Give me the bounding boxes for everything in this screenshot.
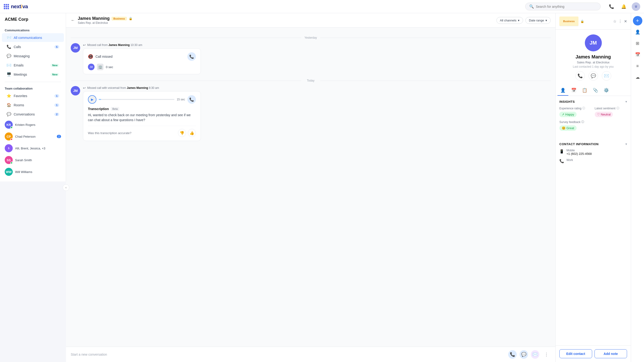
rp-avatar: JM — [585, 34, 602, 52]
call-back-button-2[interactable]: 📞 — [188, 95, 196, 104]
smile-icon: 😊 — [562, 126, 566, 130]
search-icon: 🔍 — [529, 4, 534, 9]
calendar-edge-btn[interactable]: 📅 — [633, 50, 642, 60]
conv-item-kristen[interactable]: KR Kristen Rogers — [0, 119, 66, 130]
right-panel: Business 🔒 ☆ ⋮ ✕ JM James Manning Sales … — [555, 13, 631, 362]
rp-more-button[interactable]: ⋮ — [618, 19, 622, 24]
heart-icon: ♡ — [597, 113, 600, 116]
conversation-header: ← James Manning Business 🔒 Sales Rep. at… — [66, 13, 555, 28]
rp-last-contacted: Last contacted 1 day ago by you — [573, 65, 614, 68]
rooms-icon: 🏠 — [6, 103, 11, 107]
chevron-down-icon-2: ▾ — [546, 18, 547, 22]
add-note-button[interactable]: Add note — [594, 349, 627, 358]
rp-phone-button[interactable]: 📞 — [576, 71, 585, 80]
sidebar-toggle[interactable]: ‹ — [63, 184, 69, 191]
survey-section: Survey feedback ⓘ 😊 Great — [559, 120, 627, 131]
org-name: ACME Corp — [0, 17, 66, 27]
sidebar-item-meetings[interactable]: 🖥️ Meetings New — [2, 70, 64, 79]
edit-contact-button[interactable]: Edit contact — [559, 349, 592, 358]
compose-more-button[interactable]: ⋮ — [542, 350, 551, 359]
yesterday-label: Yesterday — [71, 36, 551, 39]
rp-tab-paperclip[interactable]: 📎 — [590, 85, 601, 96]
compose-phone-button[interactable]: 📞 — [508, 350, 517, 359]
help-icon: ⓘ — [582, 106, 585, 110]
add-button[interactable]: + — [633, 16, 642, 26]
rp-tab-calendar[interactable]: 📅 — [568, 85, 579, 96]
insights-toggle[interactable]: ▾ — [626, 100, 627, 104]
sidebar-item-conversations[interactable]: 💬 Conversations 2 — [2, 110, 64, 118]
trend-up-icon: ↗ — [562, 113, 564, 116]
user-avatar[interactable]: U — [632, 2, 640, 11]
edge-bar: + 👤 ⊞ 📅 ≡ ☁ — [631, 13, 644, 362]
rp-tab-settings[interactable]: ⚙️ — [601, 85, 612, 96]
compose-email-button[interactable]: ✉️ — [531, 350, 539, 359]
thumbs-down-button[interactable]: 👎 — [178, 129, 186, 137]
help-icon-2: ⓘ — [616, 106, 619, 110]
calls-badge: 5 — [54, 45, 59, 48]
thumbs-up-button[interactable]: 👍 — [188, 129, 196, 137]
phone-icon[interactable]: 📞 — [607, 2, 616, 11]
rp-contact-title: Sales Rep. at Electrolux — [577, 60, 610, 64]
mobile-phone-icon: 📱 — [559, 149, 564, 154]
rp-contact-section: JM James Manning Sales Rep. at Electrolu… — [556, 30, 631, 85]
sidebar-item-all-communications[interactable]: 📨 All communications — [2, 33, 64, 42]
grid-icon-btn[interactable]: ⊞ — [633, 39, 642, 48]
business-badge: Business — [112, 17, 127, 20]
sidebar-item-calls[interactable]: 📞 Calls 5 — [2, 42, 64, 51]
call-back-button[interactable]: 📞 — [188, 52, 196, 61]
all-channels-filter[interactable]: All channels ▾ — [496, 17, 523, 24]
online-dot — [10, 126, 13, 129]
conv-item-sarah[interactable]: SS Sarah Smith — [0, 154, 66, 166]
building-icon: 🏢 — [97, 64, 104, 70]
logo: nextiva — [4, 4, 28, 10]
work-row: 📞 Work — [559, 158, 627, 163]
sidebar: ACME Corp Communications 📨 All communica… — [0, 13, 66, 182]
audio-player: ▶ 15 sec 📞 — [88, 95, 196, 104]
contact-icon-btn[interactable]: 👤 — [633, 27, 642, 37]
compose-chat-button[interactable]: 💬 — [520, 350, 528, 359]
conv-item-group[interactable]: 5 Alli, Brent, Jessica, +3 — [0, 142, 66, 154]
rp-tab-list[interactable]: 📋 — [579, 85, 590, 96]
sidebar-item-rooms[interactable]: 🏠 Rooms 1 — [2, 101, 64, 109]
back-button[interactable]: ← — [71, 18, 75, 23]
bell-icon[interactable]: 🔔 — [620, 2, 628, 11]
date-range-filter[interactable]: Date range ▾ — [526, 17, 551, 24]
contact-info-toggle[interactable]: ▾ — [626, 142, 627, 146]
audio-duration: 15 sec — [177, 98, 185, 101]
sidebar-item-emails[interactable]: ✉️ Emails New — [2, 61, 64, 70]
communications-section-title: Communications — [0, 27, 66, 33]
sidebar-item-messaging[interactable]: 💬 Messaging — [2, 52, 64, 60]
conv-item-will[interactable]: WW Will Williams — [0, 166, 66, 178]
rp-close-button[interactable]: ✕ — [624, 19, 627, 24]
rp-contact-name: James Manning — [576, 54, 611, 60]
rp-chat-button[interactable]: 💬 — [588, 71, 598, 80]
search-input[interactable] — [536, 5, 596, 8]
insights-section: INSIGHTS ▾ Experience rating ⓘ ↗ Happy — [556, 96, 631, 138]
rp-header: Business 🔒 ☆ ⋮ ✕ — [556, 13, 631, 30]
conv-item-chad[interactable]: CP Chad Peterson 2 — [0, 130, 66, 142]
search-bar[interactable]: 🔍 — [525, 2, 601, 10]
header-filters: All channels ▾ Date range ▾ — [496, 17, 551, 24]
insight-grid: Experience rating ⓘ ↗ Happy Latest senti… — [559, 106, 627, 117]
sidebar-item-favorites[interactable]: ⭐ Favorites 1 — [2, 92, 64, 100]
conversations-badge: 2 — [54, 113, 59, 116]
rp-star-button[interactable]: ☆ — [613, 19, 616, 24]
sender-avatar: JM — [71, 43, 80, 52]
latest-sentiment: Latest sentiment ⓘ ♡ Neutral — [595, 106, 627, 117]
rp-tab-person[interactable]: 👤 — [558, 85, 568, 96]
play-button[interactable]: ▶ — [88, 95, 96, 104]
list-edge-btn[interactable]: ≡ — [633, 61, 642, 71]
work-details: Work — [566, 158, 573, 162]
progress-bar[interactable] — [99, 99, 174, 100]
cloud-edge-btn[interactable]: ☁ — [633, 72, 642, 82]
message-meta: ↩ Missed call from James Manning 10:30 a… — [83, 43, 551, 47]
today-label: Today — [71, 79, 551, 82]
contact-info-title: CONTACT INFORMATION — [559, 142, 598, 146]
rp-email-button[interactable]: ✉️ — [602, 71, 611, 80]
beta-badge: Beta — [111, 107, 120, 111]
feedback-row: Was this transcription accurate? 👎 👍 — [88, 126, 196, 137]
header-info: James Manning Business 🔒 Sales Rep. at E… — [78, 16, 132, 24]
team-collab-title: Team collaboration — [0, 85, 66, 91]
rooms-badge: 1 — [54, 104, 59, 107]
contact-name: James Manning — [78, 16, 110, 21]
